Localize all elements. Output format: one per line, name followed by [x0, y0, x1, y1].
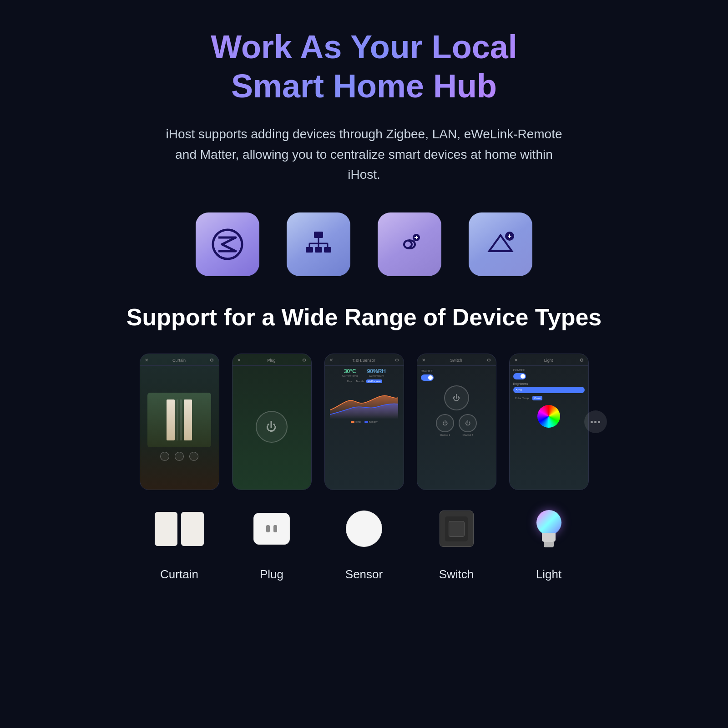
switch-close-icon: ✕: [422, 358, 425, 363]
plug-label: Plug: [260, 567, 283, 581]
plug-device-card: ✕ Plug ⚙ ⏻ Plug: [232, 354, 312, 581]
channel2-label: Channel 2: [463, 434, 473, 436]
plug-phone-screen: ✕ Plug ⚙ ⏻: [232, 354, 312, 490]
curtain-device-image: [147, 499, 211, 558]
curtain-screen-title: Curtain: [172, 358, 186, 363]
sensor-chart: [330, 385, 398, 419]
color-wheel[interactable]: [537, 405, 560, 428]
temp-label: CurrentTemp: [342, 374, 358, 377]
channel1-button[interactable]: ⏻: [436, 414, 454, 432]
switch-phone-screen: ✕ Switch ⚙ ON-OFF ⏻ ⏻ Channel 1: [417, 354, 496, 490]
plug-screen-title: Plug: [267, 358, 275, 363]
switch-device-card: ✕ Switch ⚙ ON-OFF ⏻ ⏻ Channel 1: [417, 354, 496, 581]
sensor-halfyear-tab[interactable]: Half a year: [366, 379, 382, 383]
more-options-button[interactable]: [584, 410, 607, 433]
brightness-label: Brightness: [513, 382, 528, 385]
switch-onoff-label: ON-OFF: [421, 369, 433, 373]
switch-label: Switch: [439, 567, 474, 581]
light-onoff-label: ON-OFF: [513, 369, 526, 372]
curtain-gear-icon: ⚙: [210, 358, 214, 363]
curtain-phone-screen: ✕ Curtain ⚙: [140, 354, 219, 490]
humidity-label: CurrentHum: [369, 374, 384, 377]
plug-device-image: [240, 499, 303, 558]
svg-rect-3: [315, 247, 322, 253]
sensor-device-image: [332, 499, 396, 558]
color-tab[interactable]: Color: [532, 396, 542, 400]
channel2-button[interactable]: ⏻: [459, 414, 477, 432]
plug-close-icon: ✕: [237, 358, 241, 363]
temp-value: 30°C: [344, 368, 356, 374]
svg-rect-4: [324, 247, 331, 253]
light-device-card: ✕ Light ⚙ ON-OFF Brightness 50% Color Te…: [509, 354, 589, 581]
light-phone-screen: ✕ Light ⚙ ON-OFF Brightness 50% Color Te…: [509, 354, 589, 490]
light-gear-icon: ⚙: [580, 358, 584, 363]
light-label: Light: [536, 567, 561, 581]
switch-device-image: [425, 499, 488, 558]
switch-gear-icon: ⚙: [487, 358, 491, 363]
sensor-phone-screen: ✕ T.&H.Sensor ⚙ 30°C CurrentTemp 90%RH C…: [324, 354, 404, 490]
subtitle-text: iHost supports adding devices through Zi…: [159, 124, 569, 185]
light-close-icon: ✕: [514, 358, 518, 363]
sensor-label: Sensor: [345, 567, 383, 581]
light-device-image: [517, 499, 581, 558]
sensor-close-icon: ✕: [329, 358, 333, 363]
sensor-gear-icon: ⚙: [395, 358, 399, 363]
lan-icon: [287, 212, 350, 276]
plug-gear-icon: ⚙: [302, 358, 306, 363]
main-title: Work As Your Local Smart Home Hub: [211, 27, 517, 106]
svg-rect-1: [314, 232, 323, 238]
zigbee-icon: [196, 212, 259, 276]
sensor-month-tab[interactable]: Month: [354, 379, 365, 383]
light-screen-title: Light: [544, 358, 553, 363]
curtain-close-icon: ✕: [145, 358, 148, 363]
devices-row: ✕ Curtain ⚙: [140, 354, 589, 581]
sensor-day-tab[interactable]: Day: [346, 379, 354, 383]
svg-point-0: [213, 230, 242, 259]
channel-button[interactable]: ⏻: [444, 385, 469, 410]
matter-icon: [469, 212, 532, 276]
curtain-device-card: ✕ Curtain ⚙: [140, 354, 219, 581]
protocols-row: [196, 212, 532, 276]
curtain-label: Curtain: [160, 567, 198, 581]
svg-rect-2: [306, 247, 313, 253]
ewelink-icon: [378, 212, 441, 276]
brightness-value: 50%: [516, 389, 522, 392]
color-temp-tab[interactable]: Color Temp: [513, 396, 531, 400]
humidity-value: 90%RH: [367, 368, 386, 374]
channel1-label: Channel 1: [440, 434, 450, 436]
sensor-device-card: ✕ T.&H.Sensor ⚙ 30°C CurrentTemp 90%RH C…: [324, 354, 404, 581]
section-title: Support for a Wide Range of Device Types: [126, 303, 602, 331]
switch-screen-title: Switch: [450, 358, 462, 363]
sensor-screen-title: T.&H.Sensor: [352, 358, 375, 363]
plug-power-button[interactable]: ⏻: [256, 411, 288, 443]
